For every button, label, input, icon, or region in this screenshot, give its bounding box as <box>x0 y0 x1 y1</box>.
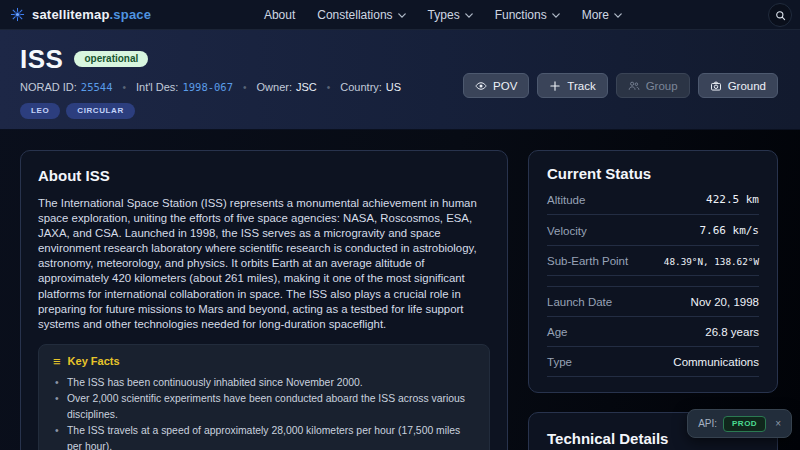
action-button-label: Group <box>646 80 678 92</box>
group-icon <box>628 80 640 92</box>
chevron-down-icon <box>552 13 560 18</box>
status-row-label: Altitude <box>547 194 585 206</box>
meta-country-: Country: US <box>340 81 421 93</box>
api-label: API: <box>698 418 717 429</box>
camera-icon <box>710 80 722 92</box>
current-status-card: Current Status Altitude 422.5 km Velocit… <box>528 150 778 393</box>
status-row-altitude: Altitude 422.5 km <box>547 184 759 215</box>
status-row-value: 26.8 years <box>705 326 759 338</box>
action-buttons: POV Track Group Ground <box>463 73 778 98</box>
action-button-label: POV <box>493 80 517 92</box>
meta-value[interactable]: 1998-067 <box>182 81 233 93</box>
nav-item-types[interactable]: Types <box>428 8 473 22</box>
list-icon: ≡ <box>53 355 61 368</box>
status-row-label: Launch Date <box>547 296 612 308</box>
nav-item-functions[interactable]: Functions <box>495 8 560 22</box>
tag-circular: CIRCULAR <box>66 103 135 119</box>
status-row-label: Sub-Earth Point <box>547 255 628 267</box>
chevron-down-icon <box>465 13 473 18</box>
nav-item-label: Functions <box>495 8 547 22</box>
key-fact-item: The ISS has been continuously inhabited … <box>53 375 475 391</box>
action-button-label: Track <box>567 80 595 92</box>
nav-item-constellations[interactable]: Constellations <box>317 8 405 22</box>
orbit-tags: LEO CIRCULAR <box>20 103 778 119</box>
nav-item-more[interactable]: More <box>582 8 622 22</box>
status-row-value: 48.39°N, 138.62°W <box>664 256 759 267</box>
nav-item-label: About <box>264 8 295 22</box>
about-card: About ISS The International Space Statio… <box>20 150 508 450</box>
meta-owner-: Owner: JSC • <box>257 81 341 93</box>
meta-separator: • <box>243 82 247 93</box>
nav-item-label: Types <box>428 8 460 22</box>
chevron-down-icon <box>398 13 406 18</box>
status-row-value: 7.66 km/s <box>699 224 759 237</box>
meta-norad-id-: NORAD ID: 25544 • <box>20 81 136 93</box>
nav-menu: About Constellations Types Functions <box>264 8 622 22</box>
navbar: satellitemap.space About Constellations … <box>0 0 800 30</box>
about-card-title: About ISS <box>38 167 490 184</box>
meta-label: Int'l Des: <box>136 81 178 93</box>
eye-icon <box>475 80 487 92</box>
api-prod-badge: PROD <box>723 416 766 432</box>
status-row-sub-earth-point: Sub-Earth Point 48.39°N, 138.62°W <box>547 246 759 276</box>
status-row-velocity: Velocity 7.66 km/s <box>547 215 759 246</box>
page-title: ISS <box>20 46 63 72</box>
meta-separator: • <box>327 82 331 93</box>
satellite-burst-icon <box>10 7 25 22</box>
group-button[interactable]: Group <box>616 73 690 98</box>
key-facts-title: Key Facts <box>68 355 120 367</box>
status-row-value: 422.5 km <box>706 193 759 206</box>
key-fact-item: Over 2,000 scientific experiments have b… <box>53 391 475 423</box>
status-row-label: Type <box>547 356 572 368</box>
meta-label: Owner: <box>257 81 292 93</box>
key-facts-box: ≡ Key Facts The ISS has been continuousl… <box>38 344 490 450</box>
meta-separator: • <box>122 82 126 93</box>
search-icon <box>775 10 786 21</box>
chevron-down-icon <box>614 13 622 18</box>
meta-value: US <box>386 81 401 93</box>
meta-label: NORAD ID: <box>20 81 77 93</box>
tag-leo: LEO <box>20 103 60 119</box>
api-status-toast: API: PROD × <box>687 409 792 438</box>
pov-button[interactable]: POV <box>463 73 529 98</box>
nav-item-label: More <box>582 8 609 22</box>
brand-logo[interactable]: satellitemap.space <box>10 7 151 22</box>
meta-value[interactable]: 25544 <box>81 81 113 93</box>
ground-button[interactable]: Ground <box>698 73 778 98</box>
meta-value: JSC <box>296 81 317 93</box>
search-button[interactable] <box>768 3 792 27</box>
hero-header: ISS operational NORAD ID: 25544 • Int'l … <box>0 30 800 130</box>
status-row-launch-date: Launch Date Nov 20, 1998 <box>547 286 759 317</box>
brand-tld: .space <box>110 7 152 22</box>
status-card-title: Current Status <box>547 165 759 182</box>
track-button[interactable]: Track <box>537 73 607 98</box>
nav-item-about[interactable]: About <box>264 8 295 22</box>
status-badge: operational <box>74 51 148 67</box>
action-button-label: Ground <box>728 80 766 92</box>
status-row-age: Age 26.8 years <box>547 317 759 347</box>
close-icon[interactable]: × <box>775 418 781 429</box>
brand-name: satellitemap.space <box>32 7 151 22</box>
status-rows: Altitude 422.5 km Velocity 7.66 km/s Sub… <box>547 184 759 377</box>
key-facts-list: The ISS has been continuously inhabited … <box>53 375 475 450</box>
crosshair-icon <box>549 80 561 92</box>
status-row-value: Communications <box>673 356 759 368</box>
status-row-value: Nov 20, 1998 <box>691 296 759 308</box>
meta-label: Country: <box>340 81 382 93</box>
key-fact-item: The ISS travels at a speed of approximat… <box>53 423 475 450</box>
status-row-label: Velocity <box>547 225 587 237</box>
status-row-label: Age <box>547 326 567 338</box>
nav-item-label: Constellations <box>317 8 392 22</box>
meta-int-l-des-: Int'l Des: 1998-067 • <box>136 81 257 93</box>
status-row-type: Type Communications <box>547 347 759 377</box>
about-paragraph: The International Space Station (ISS) re… <box>38 196 490 332</box>
